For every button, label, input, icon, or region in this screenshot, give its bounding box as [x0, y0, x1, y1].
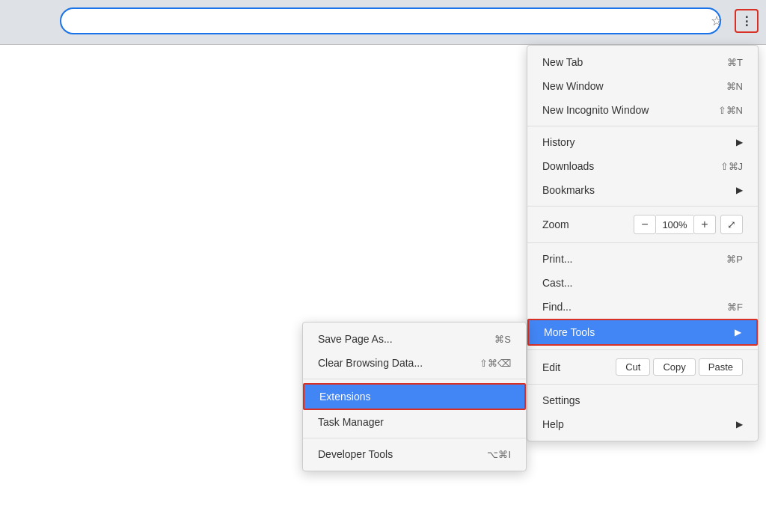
fullscreen-icon: ⤢ — [727, 218, 736, 230]
sub-separator-1 — [303, 379, 526, 379]
menu-item-more-tools[interactable]: More Tools ▶ — [527, 319, 758, 346]
menu-item-cast[interactable]: Cast... — [527, 271, 758, 295]
menu-item-label: Print... — [542, 253, 572, 265]
separator-3 — [527, 242, 758, 243]
cut-button[interactable]: Cut — [616, 358, 650, 376]
arrow-icon: ▶ — [736, 185, 743, 195]
paste-button[interactable]: Paste — [699, 358, 743, 376]
shortcut-find: ⌘F — [727, 302, 743, 313]
zoom-row: Zoom − 100% + ⤢ — [527, 210, 758, 239]
edit-label: Edit — [542, 361, 616, 373]
menu-item-new-window[interactable]: New Window ⌘N — [527, 74, 758, 98]
menu-item-label: Save Page As... — [318, 333, 393, 345]
fullscreen-button[interactable]: ⤢ — [720, 215, 743, 234]
menu-item-label: Downloads — [542, 160, 594, 172]
edit-row: Edit Cut Copy Paste — [527, 354, 758, 380]
separator-1 — [527, 126, 758, 126]
submenu-item-save-page[interactable]: Save Page As... ⌘S — [303, 327, 526, 351]
menu-item-label: Bookmarks — [542, 184, 595, 196]
shortcut-clear-browsing: ⇧⌘⌫ — [479, 358, 511, 369]
submenu-item-clear-browsing[interactable]: Clear Browsing Data... ⇧⌘⌫ — [303, 351, 526, 375]
more-tools-submenu: Save Page As... ⌘S Clear Browsing Data..… — [302, 322, 527, 471]
menu-button[interactable]: ⋮ — [735, 9, 759, 33]
menu-item-label: Task Manager — [318, 416, 384, 428]
shortcut-print: ⌘P — [726, 254, 743, 265]
shortcut-developer-tools: ⌥⌘I — [487, 449, 511, 460]
arrow-icon: ▶ — [736, 137, 743, 147]
submenu-item-extensions[interactable]: Extensions — [303, 383, 526, 410]
shortcut-new-incognito: ⇧⌘N — [718, 105, 743, 116]
menu-item-label: Clear Browsing Data... — [318, 357, 423, 369]
menu-item-print[interactable]: Print... ⌘P — [527, 247, 758, 271]
menu-item-label: Settings — [542, 394, 580, 406]
menu-item-label: Find... — [542, 301, 572, 313]
submenu-item-developer-tools[interactable]: Developer Tools ⌥⌘I — [303, 442, 526, 466]
edit-buttons: Cut Copy Paste — [616, 358, 743, 376]
menu-item-label: Cast... — [542, 277, 572, 289]
arrow-icon: ▶ — [735, 327, 741, 337]
main-dropdown-menu: New Tab ⌘T New Window ⌘N New Incognito W… — [527, 45, 759, 441]
shortcut-new-tab: ⌘T — [727, 57, 743, 68]
shortcut-save-page: ⌘S — [494, 334, 511, 345]
menu-item-new-incognito[interactable]: New Incognito Window ⇧⌘N — [527, 98, 758, 122]
menu-item-label: Extensions — [319, 391, 370, 403]
menu-item-label: History — [542, 136, 575, 148]
menu-item-label: Help — [542, 418, 564, 430]
separator-5 — [527, 384, 758, 385]
menu-item-help[interactable]: Help ▶ — [527, 412, 758, 436]
browser-toolbar: ☆ ⋮ — [0, 0, 766, 45]
bookmark-icon[interactable]: ☆ — [705, 9, 729, 33]
menu-item-bookmarks[interactable]: Bookmarks ▶ — [527, 178, 758, 202]
separator-4 — [527, 349, 758, 350]
menu-item-label: Developer Tools — [318, 448, 393, 460]
menu-item-settings[interactable]: Settings — [527, 388, 758, 412]
separator-2 — [527, 206, 758, 207]
menu-item-label: New Window — [542, 80, 604, 92]
zoom-value: 100% — [656, 215, 693, 234]
sub-separator-2 — [303, 438, 526, 438]
menu-item-downloads[interactable]: Downloads ⇧⌘J — [527, 154, 758, 178]
arrow-icon: ▶ — [736, 419, 743, 429]
menu-item-find[interactable]: Find... ⌘F — [527, 295, 758, 319]
submenu-item-task-manager[interactable]: Task Manager — [303, 410, 526, 434]
shortcut-new-window: ⌘N — [726, 81, 743, 92]
zoom-plus-button[interactable]: + — [693, 215, 716, 234]
copy-button[interactable]: Copy — [653, 358, 695, 376]
menu-item-label: More Tools — [544, 326, 595, 338]
menu-item-history[interactable]: History ▶ — [527, 130, 758, 154]
zoom-controls: − 100% + ⤢ — [634, 215, 743, 234]
menu-item-label: New Incognito Window — [542, 104, 649, 116]
address-bar[interactable] — [60, 7, 721, 34]
zoom-minus-button[interactable]: − — [634, 215, 656, 234]
zoom-label: Zoom — [542, 218, 634, 230]
shortcut-downloads: ⇧⌘J — [720, 161, 744, 172]
menu-item-label: New Tab — [542, 56, 583, 68]
menu-item-new-tab[interactable]: New Tab ⌘T — [527, 50, 758, 74]
